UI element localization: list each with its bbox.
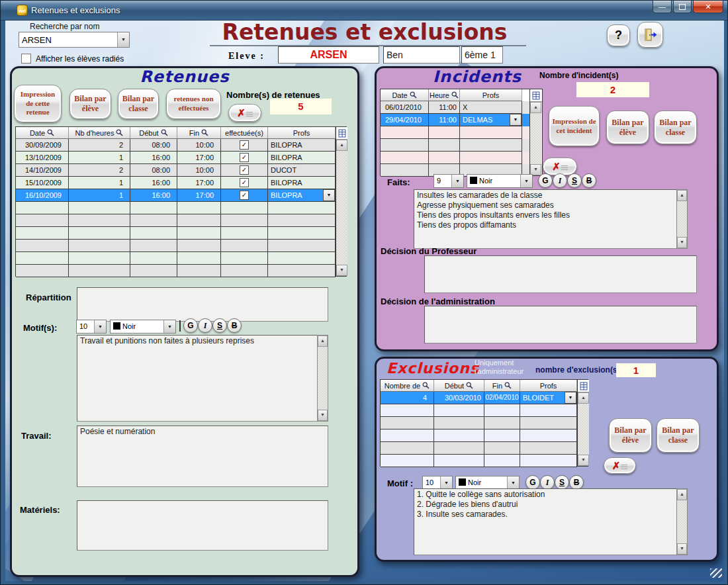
exclusions-table-header[interactable]: Nombre de Début Fin Profs	[381, 380, 577, 392]
table-row[interactable]: 13/10/2009116:0017:00✓BILOPRA	[16, 152, 336, 164]
col-header-debut[interactable]: Début	[130, 127, 177, 139]
table-row[interactable]: 06/01/201011:00X	[381, 101, 529, 114]
underline-button[interactable]: S	[212, 318, 227, 333]
incidents-table-header[interactable]: Date Heure Profs	[381, 89, 529, 101]
textarea-scrollbar[interactable]: ▲▼	[676, 189, 688, 249]
table-row[interactable]	[16, 214, 336, 227]
retenues-bilan-classe-button[interactable]: Bilan par classe	[118, 89, 159, 119]
col-header-nombre[interactable]: Nombre de	[381, 380, 434, 392]
decision-admin-field[interactable]	[424, 306, 697, 343]
exclusions-bilan-eleve-button[interactable]: Bilan par élève	[609, 418, 652, 453]
strikethrough-button[interactable]: B	[227, 318, 242, 333]
italic-button[interactable]: I	[553, 173, 567, 188]
scroll-down-icon[interactable]: ▼	[677, 543, 687, 555]
window-titlebar[interactable]: wd Retenues et exclusions — ✕	[1, 1, 728, 21]
incidents-table[interactable]: Date Heure Profs 06/01/201011:00X 29/04/…	[380, 89, 543, 176]
help-button[interactable]: ?	[607, 24, 630, 46]
exclusions-motif-size-select[interactable]: 10▼	[422, 476, 453, 490]
table-row[interactable]	[381, 152, 529, 164]
exclusions-delete-button[interactable]: ✗	[604, 457, 636, 474]
col-header-profs[interactable]: Profs	[268, 127, 336, 139]
row-dropdown-button[interactable]: ▼	[323, 189, 335, 201]
faits-font-size-select[interactable]: 9▼	[433, 174, 464, 188]
show-removed-students-row[interactable]: Afficher les élèves radiés	[19, 52, 128, 65]
checkbox-effectuee[interactable]: ✓	[240, 178, 249, 187]
export-table-icon[interactable]	[578, 380, 589, 392]
retenues-delete-button[interactable]: ✗	[228, 104, 261, 122]
table-row[interactable]	[16, 202, 336, 214]
table-scrollbar[interactable]: ▲ ▼	[578, 392, 589, 466]
table-row[interactable]: 30/09/2009208:0010:00✓BILOPRA	[16, 139, 336, 152]
checkbox-effectuee[interactable]: ✓	[240, 165, 249, 175]
col-header-date[interactable]: Date	[16, 127, 69, 139]
col-header-fin[interactable]: Fin	[484, 380, 520, 392]
student-lastname-field[interactable]: ARSEN	[278, 46, 379, 64]
table-row[interactable]	[381, 442, 577, 455]
chevron-down-icon[interactable]: ▼	[94, 320, 106, 333]
col-header-fin[interactable]: Fin	[177, 127, 221, 139]
underline-button[interactable]: S	[567, 173, 582, 188]
scrollbar-track[interactable]	[336, 151, 347, 265]
incidents-bilan-eleve-button[interactable]: Bilan par élève	[606, 111, 649, 144]
exclusions-motif-color-select[interactable]: Noir▼	[455, 476, 520, 490]
table-row[interactable]	[381, 417, 577, 429]
bold-button[interactable]: G	[183, 318, 198, 333]
textarea-scrollbar[interactable]: ▲▼	[676, 488, 688, 555]
retenues-table-header[interactable]: Date Nb d'heures Début Fin effectuée(s) …	[16, 127, 336, 139]
table-row[interactable]	[381, 126, 529, 139]
col-header-date[interactable]: Date	[381, 89, 429, 101]
table-row[interactable]	[381, 429, 577, 442]
faits-field[interactable]: Insultes les camarades de la classe Agre…	[414, 189, 676, 249]
exclusions-motif-field[interactable]: 1. Quitte le collège sans autorisation 2…	[414, 488, 676, 555]
table-row[interactable]	[16, 240, 336, 252]
table-row[interactable]	[381, 139, 529, 152]
repartition-field[interactable]	[77, 287, 328, 322]
minimize-button[interactable]: —	[653, 1, 672, 13]
motif-field[interactable]: Travail et punitions non faites à plusie…	[77, 335, 317, 422]
faits-color-select[interactable]: Noir▼	[467, 174, 533, 188]
scroll-down-icon[interactable]: ▼	[336, 265, 347, 276]
col-header-heure[interactable]: Heure	[429, 89, 460, 101]
print-retenue-button[interactable]: Impression de cette retenue	[14, 85, 62, 122]
strikethrough-button[interactable]: B	[582, 173, 596, 188]
textarea-scrollbar[interactable]: ▲▼	[317, 335, 328, 422]
motif-font-size-select[interactable]: 10▼	[76, 320, 107, 334]
table-row-selected[interactable]: 29/04/201011:00DELMAS▼	[381, 114, 529, 126]
italic-button[interactable]: I	[198, 318, 212, 333]
travail-field[interactable]: Poésie et numération	[77, 426, 328, 487]
row-dropdown-button[interactable]: ▼	[565, 392, 576, 404]
col-header-profs[interactable]: Profs	[520, 380, 577, 392]
scroll-up-icon[interactable]: ▲	[578, 392, 589, 404]
scroll-up-icon[interactable]: ▲	[677, 489, 687, 500]
table-row[interactable]	[381, 404, 577, 417]
table-row[interactable]	[16, 265, 336, 277]
scroll-down-icon[interactable]: ▼	[578, 455, 589, 466]
table-scrollbar[interactable]: ▲ ▼	[336, 140, 347, 276]
table-row[interactable]	[16, 227, 336, 240]
scroll-up-icon[interactable]: ▲	[336, 140, 347, 151]
checkbox-effectuee[interactable]: ✓	[240, 140, 249, 150]
table-row-selected[interactable]: 16/10/2009116:0017:00✓BILOPRA▼	[16, 189, 336, 202]
student-firstname-field[interactable]: Ben	[383, 46, 460, 64]
incidents-delete-button[interactable]: ✗	[543, 158, 577, 175]
motif-color-select[interactable]: Noir▼	[110, 320, 176, 334]
table-row[interactable]: 14/10/2009208:0010:00✓DUCOT	[16, 164, 336, 177]
exit-button[interactable]	[637, 22, 663, 48]
checkbox-effectuee[interactable]: ✓	[240, 153, 249, 162]
checkbox-effectuee[interactable]: ✓	[240, 191, 249, 200]
close-button[interactable]: ✕	[693, 1, 723, 13]
bold-button[interactable]: G	[538, 173, 553, 188]
exclusions-table[interactable]: Nombre de Début Fin Profs 430/03/201002/…	[380, 379, 588, 467]
materiels-field[interactable]	[77, 500, 328, 551]
export-table-icon[interactable]	[336, 127, 347, 140]
scroll-up-icon[interactable]: ▲	[318, 336, 328, 347]
resize-grip[interactable]	[710, 568, 722, 578]
chevron-down-icon[interactable]: ▼	[507, 476, 519, 489]
strikethrough-button[interactable]: B	[569, 475, 584, 490]
student-class-field[interactable]: 6ème 1	[461, 46, 503, 64]
col-header-profs[interactable]: Profs	[460, 89, 522, 101]
table-row[interactable]	[381, 455, 577, 467]
exclusions-bilan-classe-button[interactable]: Bilan par classe	[657, 418, 700, 453]
retenues-bilan-eleve-button[interactable]: Bilan par élève	[69, 89, 111, 119]
incidents-bilan-classe-button[interactable]: Bilan par classe	[654, 111, 697, 144]
